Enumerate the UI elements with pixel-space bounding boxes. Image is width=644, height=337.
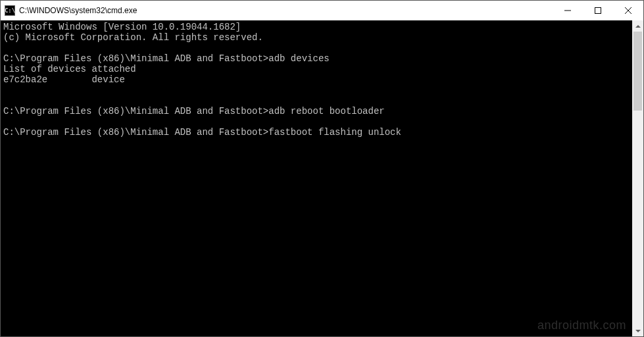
- terminal-area: Microsoft Windows [Version 10.0.19044.16…: [1, 20, 643, 336]
- window-controls: [553, 1, 643, 20]
- close-icon: [625, 7, 632, 14]
- svg-rect-1: [595, 8, 601, 14]
- terminal-line: [3, 85, 630, 95]
- cmd-window: C:\ C:\WINDOWS\system32\cmd.exe Microsof…: [0, 0, 644, 337]
- terminal-line: List of devices attached: [3, 64, 630, 74]
- scroll-down-button[interactable]: [632, 325, 643, 336]
- svg-marker-4: [635, 25, 641, 28]
- window-title: C:\WINDOWS\system32\cmd.exe: [19, 6, 553, 15]
- minimize-icon: [564, 7, 571, 14]
- terminal-line: [3, 95, 630, 106]
- scrollbar[interactable]: [632, 20, 643, 336]
- close-button[interactable]: [613, 1, 643, 20]
- maximize-icon: [595, 7, 601, 14]
- terminal-output[interactable]: Microsoft Windows [Version 10.0.19044.16…: [1, 20, 632, 336]
- terminal-line: Microsoft Windows [Version 10.0.19044.16…: [3, 22, 630, 32]
- minimize-button[interactable]: [553, 1, 583, 20]
- terminal-line: [3, 117, 630, 127]
- titlebar[interactable]: C:\ C:\WINDOWS\system32\cmd.exe: [1, 1, 643, 20]
- terminal-line: C:\Program Files (x86)\Minimal ADB and F…: [3, 106, 630, 117]
- terminal-line: C:\Program Files (x86)\Minimal ADB and F…: [3, 127, 630, 138]
- scroll-track[interactable]: [632, 32, 643, 325]
- terminal-line: [3, 43, 630, 53]
- maximize-button[interactable]: [583, 1, 613, 20]
- chevron-up-icon: [635, 25, 641, 28]
- scroll-thumb[interactable]: [633, 32, 642, 111]
- terminal-line: e7c2ba2e device: [3, 74, 630, 85]
- terminal-line: C:\Program Files (x86)\Minimal ADB and F…: [3, 53, 630, 64]
- cmd-icon: C:\: [5, 5, 15, 16]
- chevron-down-icon: [635, 330, 641, 332]
- scroll-up-button[interactable]: [632, 20, 643, 32]
- terminal-line: (c) Microsoft Corporation. All rights re…: [3, 32, 630, 43]
- svg-marker-5: [635, 330, 641, 332]
